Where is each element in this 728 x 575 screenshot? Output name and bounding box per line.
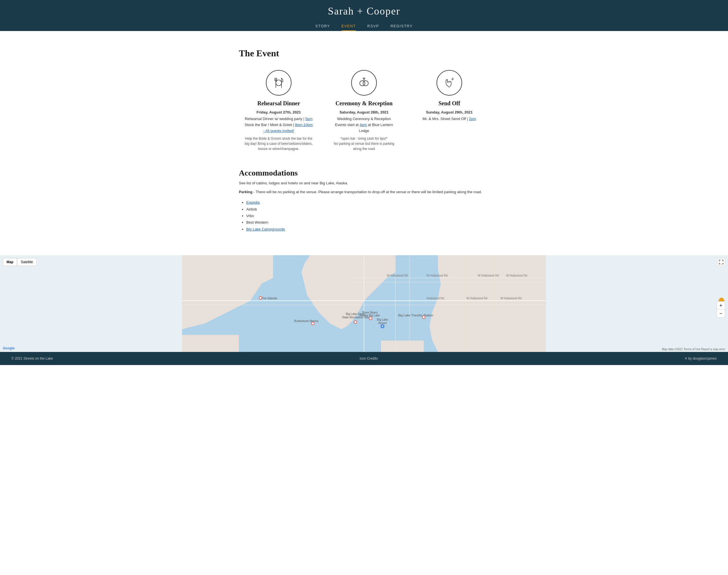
ceremony-time-link[interactable]: 4pm <box>360 123 367 127</box>
svg-text:W Hollywood Rd: W Hollywood Rd <box>501 297 521 300</box>
svg-point-37 <box>369 317 372 319</box>
ceremony-icon-circle <box>351 70 377 96</box>
rings-icon <box>357 76 371 90</box>
map-type-map-btn[interactable]: Map <box>3 258 17 266</box>
svg-text:Big Lake: Big Lake <box>377 318 388 321</box>
footer-copyright: © 2021 Streets on the Lake <box>11 357 53 361</box>
accommodations-description: See list of cabins, lodges and hotels on… <box>239 181 489 185</box>
waving-hand-icon <box>442 76 457 90</box>
list-item-bestwestern: Best Western <box>246 219 489 226</box>
map-type-satellite-btn[interactable]: Satellite <box>17 258 37 266</box>
parking-text: Parking - There will be no parking at th… <box>239 189 489 195</box>
nav-rsvp[interactable]: RSVP <box>367 24 379 31</box>
rehearsal-title: Rehearsal Dinner <box>245 100 313 107</box>
svg-text:W Hollywood Rd: W Hollywood Rd <box>478 274 499 277</box>
map-zoom-controls: + − <box>717 301 725 318</box>
map-attribution: Map data ©2021 Terms of Use Report a map… <box>662 348 725 351</box>
accommodation-list: Expedia Airbnb Vrbo Best Western Big Lak… <box>239 199 489 232</box>
accommodations-title: Accommodations <box>239 168 489 177</box>
svg-text:The Islands: The Islands <box>261 297 277 300</box>
list-item-expedia: Expedia <box>246 199 489 206</box>
map-type-controls: Map Satellite <box>3 258 37 266</box>
svg-point-26 <box>259 297 262 299</box>
list-item-airbnb: Airbnb <box>246 206 489 212</box>
map-fullscreen-btn[interactable] <box>717 258 725 266</box>
map-zoom-in-btn[interactable]: + <box>717 302 725 309</box>
rehearsal-detail2: Stock the Bar / Meet & Greet | 8pm-10pm … <box>245 122 313 134</box>
fork-knife-spoon-icon <box>271 76 286 90</box>
ceremony-note: *open bar - bring cash for tips!* No par… <box>330 136 398 151</box>
ceremony-detail1: Wedding Ceremony & Reception <box>330 116 398 122</box>
main-nav: STORY EVENT RSVP REGISTRY <box>0 21 728 31</box>
map-google-logo: Google <box>3 346 14 350</box>
svg-text:W Hollywood Rd: W Hollywood Rd <box>506 274 527 277</box>
map-placeholder: The Islands Burkeshore Marina Big Lake S… <box>0 255 728 352</box>
event-card-rehearsal: Rehearsal Dinner Friday, August 27th, 20… <box>239 70 319 151</box>
biglake-link[interactable]: Big Lake Campgrounds <box>246 227 285 231</box>
rehearsal-date: Friday, August 27th, 2021 <box>245 110 313 114</box>
svg-text:Alaska Big Lake: Alaska Big Lake <box>359 314 380 317</box>
svg-text:W Hollywood Rd: W Hollywood Rd <box>387 274 408 277</box>
rehearsal-detail1: Rehearsal Dinner w/ wedding party | 5pm <box>245 116 313 122</box>
expedia-link[interactable]: Expedia <box>246 200 260 205</box>
list-item-biglake: Big Lake Campgrounds <box>246 226 489 232</box>
accommodations-section: Accommodations See list of cabins, lodge… <box>239 168 489 232</box>
rehearsal-note: Help the Bride & Groom stock the bar for… <box>245 136 313 151</box>
nav-story[interactable]: STORY <box>315 24 330 31</box>
svg-text:Big Lake Transfer Station: Big Lake Transfer Station <box>398 313 433 317</box>
svg-text:W Hollywood Rd: W Hollywood Rd <box>427 274 448 277</box>
map-svg: The Islands Burkeshore Marina Big Lake S… <box>0 255 728 352</box>
main-content: The Event Rehearsal Dinner <box>227 31 501 255</box>
svg-text:Burkeshore Marina: Burkeshore Marina <box>294 319 319 323</box>
svg-point-45 <box>423 316 425 318</box>
event-section-title: The Event <box>239 48 489 59</box>
nav-event[interactable]: EVENT <box>341 24 356 31</box>
site-title: Sarah + Cooper <box>0 5 728 17</box>
parking-detail: - There will be no parking at the venue.… <box>253 190 482 194</box>
rehearsal-icon-circle <box>266 70 291 96</box>
footer-icon-credits[interactable]: Icon Credits <box>359 357 378 361</box>
map-section: The Islands Burkeshore Marina Big Lake S… <box>0 255 728 352</box>
ceremony-title: Ceremony & Reception <box>330 100 398 107</box>
svg-text:Hollywood Rd: Hollywood Rd <box>427 297 444 300</box>
svg-point-4 <box>276 80 282 86</box>
svg-point-42 <box>382 326 383 327</box>
parking-label: Parking <box>239 190 253 194</box>
ceremony-date: Saturday, August 28th, 2021 <box>330 110 398 114</box>
svg-text:W Hollywood Rd: W Hollywood Rd <box>466 297 487 300</box>
events-grid: Rehearsal Dinner Friday, August 27th, 20… <box>239 70 489 151</box>
header: Sarah + Cooper STORY EVENT RSVP REGISTRY <box>0 0 728 31</box>
event-card-ceremony: Ceremony & Reception Saturday, August 28… <box>324 70 404 151</box>
sendoff-icon-circle <box>437 70 462 96</box>
fullscreen-icon <box>719 260 723 264</box>
ceremony-detail2: Events start at 4pm at Blue Lantern Lodg… <box>330 122 398 134</box>
rehearsal-time-link[interactable]: 5pm <box>305 117 313 121</box>
footer-author: ✕ by douglasrcjames <box>685 357 717 361</box>
svg-point-7 <box>363 81 368 86</box>
svg-point-33 <box>354 321 357 323</box>
list-item-vrbo: Vrbo <box>246 212 489 219</box>
map-zoom-out-btn[interactable]: − <box>717 309 725 317</box>
svg-point-29 <box>312 323 314 325</box>
svg-point-8 <box>363 78 365 79</box>
rehearsal-meetgreet-link[interactable]: 8pm-10pm - All guests invited! <box>263 123 313 133</box>
event-card-sendoff: Send Off Sunday, August 29th, 2021 Mr. &… <box>409 70 489 151</box>
sendoff-title: Send Off <box>415 100 483 107</box>
footer: © 2021 Streets on the Lake Icon Credits … <box>0 352 728 365</box>
sendoff-time-link[interactable]: 2pm <box>469 117 476 121</box>
sendoff-detail: Mr. & Mrs. Street Send Off | 2pm <box>415 116 483 122</box>
nav-registry[interactable]: REGISTRY <box>391 24 413 31</box>
sendoff-date: Sunday, August 29th, 2021 <box>415 110 483 114</box>
svg-text:Airport: Airport <box>378 322 387 325</box>
